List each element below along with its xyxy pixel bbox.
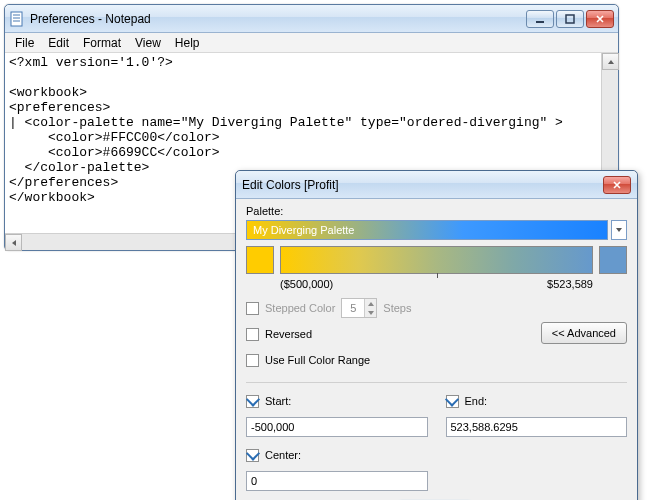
center-checkbox[interactable] <box>246 449 259 462</box>
gradient-mid-tick <box>437 273 438 278</box>
window-controls <box>526 10 614 28</box>
swatch-row <box>246 246 627 274</box>
center-empty-col <box>446 471 628 491</box>
menu-file[interactable]: File <box>9 34 40 52</box>
end-checkbox[interactable] <box>446 395 459 408</box>
svg-rect-4 <box>536 21 544 23</box>
start-row: Start: <box>246 391 428 411</box>
notepad-titlebar[interactable]: Preferences - Notepad <box>5 5 618 33</box>
close-button[interactable] <box>586 10 614 28</box>
start-input[interactable] <box>246 417 428 437</box>
spin-up-icon[interactable] <box>364 299 376 308</box>
dialog-title: Edit Colors [Profit] <box>242 178 603 192</box>
start-checkbox[interactable] <box>246 395 259 408</box>
steps-value <box>342 302 364 314</box>
palette-label: Palette: <box>246 205 627 217</box>
reversed-row: Reversed <box>246 324 541 344</box>
swatch-left[interactable] <box>246 246 274 274</box>
dialog-window-controls <box>603 176 631 194</box>
fullrange-row: Use Full Color Range <box>246 350 541 370</box>
reversed-checkbox[interactable] <box>246 328 259 341</box>
svg-rect-0 <box>11 12 22 26</box>
range-labels: ($500,000) $523,589 <box>246 278 627 290</box>
options-left: Stepped Color Steps Reversed <box>246 298 541 376</box>
center-input-grid <box>246 471 627 491</box>
range-max-label: $523,589 <box>547 278 593 290</box>
center-block: Center: <box>246 445 627 491</box>
notepad-menubar: File Edit Format View Help <box>5 33 618 53</box>
steps-spinner[interactable] <box>341 298 377 318</box>
palette-selected-name: My Diverging Palette <box>253 224 355 236</box>
palette-dropdown-button[interactable] <box>611 220 627 240</box>
menu-view[interactable]: View <box>129 34 167 52</box>
options-row: Stepped Color Steps Reversed <box>246 298 627 376</box>
maximize-button[interactable] <box>556 10 584 28</box>
menu-edit[interactable]: Edit <box>42 34 75 52</box>
swatch-right[interactable] <box>599 246 627 274</box>
scroll-up-button[interactable] <box>602 53 619 70</box>
steps-label: Steps <box>383 302 411 314</box>
end-row: End: <box>446 391 628 411</box>
end-input[interactable] <box>446 417 628 437</box>
palette-select[interactable]: My Diverging Palette <box>246 220 608 240</box>
stepped-row: Stepped Color Steps <box>246 298 541 318</box>
fullrange-label: Use Full Color Range <box>265 354 370 366</box>
svg-rect-5 <box>566 15 574 23</box>
start-label: Start: <box>265 395 291 407</box>
center-input-col <box>246 471 428 491</box>
notepad-title: Preferences - Notepad <box>30 12 526 26</box>
range-min-label: ($500,000) <box>280 278 547 290</box>
reversed-label: Reversed <box>265 328 312 340</box>
center-label: Center: <box>265 449 301 461</box>
center-input[interactable] <box>246 471 428 491</box>
divider <box>246 382 627 383</box>
palette-row: My Diverging Palette <box>246 220 627 240</box>
edit-colors-dialog: Edit Colors [Profit] Palette: My Divergi… <box>235 170 638 500</box>
spin-down-icon[interactable] <box>364 308 376 317</box>
advanced-button[interactable]: << Advanced <box>541 322 627 344</box>
start-end-grid: Start: End: <box>246 391 627 437</box>
center-row: Center: <box>246 445 627 465</box>
dialog-close-button[interactable] <box>603 176 631 194</box>
dialog-titlebar[interactable]: Edit Colors [Profit] <box>236 171 637 199</box>
stepped-label: Stepped Color <box>265 302 335 314</box>
end-label: End: <box>465 395 488 407</box>
spin-buttons <box>364 299 376 317</box>
start-col: Start: <box>246 391 428 437</box>
menu-help[interactable]: Help <box>169 34 206 52</box>
dialog-body: Palette: My Diverging Palette ($500,000)… <box>236 199 637 500</box>
menu-format[interactable]: Format <box>77 34 127 52</box>
gradient-preview[interactable] <box>280 246 593 274</box>
minimize-button[interactable] <box>526 10 554 28</box>
stepped-checkbox[interactable] <box>246 302 259 315</box>
fullrange-checkbox[interactable] <box>246 354 259 367</box>
notepad-app-icon <box>9 11 25 27</box>
end-col: End: <box>446 391 628 437</box>
scroll-left-button[interactable] <box>5 234 22 251</box>
